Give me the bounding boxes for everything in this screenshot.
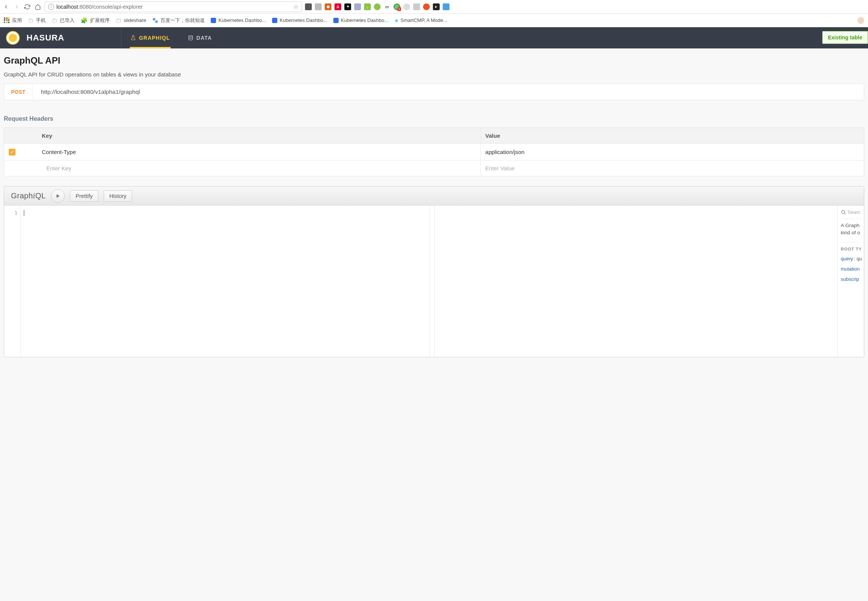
extension-icons: ◆ A ✦ ↓ m G1 ▸ [305,3,453,10]
puzzle-icon: 🧩 [81,17,88,24]
ext-icon[interactable]: G1 [394,3,400,10]
kubernetes-icon [211,18,216,23]
header-col-value: Value [481,128,864,144]
ext-icon[interactable] [354,3,361,10]
back-icon[interactable] [2,3,10,11]
info-icon[interactable]: i [48,4,54,10]
bookmark-apps[interactable]: 应用 [4,17,22,24]
ext-icon[interactable] [315,3,322,10]
tab-graphiql[interactable]: GRAPHIQL [121,27,179,48]
table-row: ✓ Content-Type application/json [4,144,864,160]
search-icon [841,210,846,215]
root-subscription[interactable]: subscrip [841,276,862,282]
reload-icon[interactable] [23,3,31,11]
hasura-logo[interactable] [6,31,20,45]
kubernetes-icon [333,18,339,23]
header-checkbox[interactable]: ✓ [9,149,16,156]
url-text: localhost:8080/console/api-explorer [56,4,143,10]
root-query[interactable]: query: qu [841,256,862,262]
bookmark-imported[interactable]: 🗀已导入 [52,17,75,24]
kubernetes-icon [272,18,277,23]
ext-icon[interactable]: ◆ [325,3,331,10]
ext-icon[interactable]: m [384,3,390,10]
execute-button[interactable] [51,189,65,203]
bookmark-slideshare[interactable]: 🗀slideshare [116,17,146,23]
svg-point-1 [189,36,193,37]
bookmark-kube1[interactable]: Kubernetes Dashbo... [211,17,266,23]
tab-data[interactable]: DATA [179,27,221,48]
header-col-checkbox [4,128,27,144]
diamond-icon: ◈ [395,17,398,23]
bookmark-baidu[interactable]: 🐾百度一下，你就知道 [152,17,205,24]
existing-table-notification[interactable]: Existing table [822,31,868,44]
method-badge: POST [4,84,33,100]
query-editor[interactable] [21,206,429,357]
home-icon[interactable] [34,3,42,11]
main-content: GraphQL API GraphQL API for CRUD operati… [0,48,868,601]
line-gutter: 1 [4,206,21,357]
svg-line-4 [845,213,846,214]
graphiql-panel: GraphiQL Prettify History 1 Searc A Grap… [4,186,864,357]
bookmark-extensions[interactable]: 🧩扩展程序 [81,17,110,24]
graphiql-toolbar: GraphiQL Prettify History [4,187,864,206]
flask-icon [131,35,136,40]
header-col-key: Key [27,128,481,144]
docs-blurb: A Graph kind of o [841,222,862,242]
docs-search-row[interactable]: Searc [841,209,862,219]
url-bar[interactable]: i localhost:8080/console/api-explorer ☆ [45,2,302,12]
svg-marker-2 [56,194,59,198]
headers-table: Key Value ✓ Content-Type application/jso… [4,128,864,176]
database-icon [188,35,193,40]
ext-icon[interactable]: ↓ [364,3,371,10]
bookmark-bar: 应用 🗀手机 🗀已导入 🧩扩展程序 🗀slideshare 🐾百度一下，你就知道… [0,14,868,27]
paw-icon: 🐾 [152,17,158,23]
header-value[interactable]: application/json [481,144,864,160]
hasura-header: HASURA GRAPHIQL DATA Existing table [0,27,868,48]
bookmark-avatar[interactable] [857,17,864,24]
history-button[interactable]: History [104,190,132,202]
ext-icon[interactable] [403,3,410,10]
docs-pane: Searc A Graph kind of o ROOT TY query: q… [837,206,864,357]
hasura-brand: HASURA [26,33,64,43]
ext-icon[interactable]: ✦ [344,3,351,10]
root-types-title: ROOT TY [841,247,862,251]
hasura-tabs: GRAPHIQL DATA [121,27,221,48]
page-title: GraphQL API [4,55,864,66]
root-mutation[interactable]: mutation [841,266,862,272]
graphiql-logo: GraphiQL [11,192,46,200]
avatar-icon [857,17,864,24]
endpoint-url[interactable]: http://localhost:8080/v1alpha1/graphql [33,89,864,95]
ext-icon[interactable]: ▸ [433,3,440,10]
bookmark-smartcmp[interactable]: ◈SmartCMP, A Mode... [395,17,447,23]
bookmark-kube2[interactable]: Kubernetes Dashbo... [272,17,327,23]
ubuntu-icon[interactable] [423,3,430,10]
header-key-input[interactable] [47,165,476,171]
table-row [4,160,864,176]
apps-icon [4,17,10,23]
bookmark-kube3[interactable]: Kubernetes Dashbo... [333,17,389,23]
bookmark-phone[interactable]: 🗀手机 [28,17,46,24]
header-key[interactable]: Content-Type [27,144,481,160]
ext-icon[interactable] [443,3,450,10]
folder-icon: 🗀 [116,17,121,23]
endpoint-row: POST http://localhost:8080/v1alpha1/grap… [4,84,864,100]
folder-icon: 🗀 [52,17,58,23]
star-icon[interactable]: ☆ [293,3,299,10]
ext-icon[interactable] [413,3,420,10]
splitter[interactable] [429,206,435,357]
prettify-button[interactable]: Prettify [70,190,98,202]
graphiql-body: 1 Searc A Graph kind of o ROOT TY query:… [4,206,864,357]
folder-icon: 🗀 [28,17,34,23]
ext-icon[interactable] [305,3,312,10]
header-value-input[interactable] [485,165,859,171]
request-headers-title: Request Headers [4,115,864,122]
ext-icon[interactable] [374,3,381,10]
page-description: GraphQL API for CRUD operations on table… [4,71,864,78]
browser-toolbar: i localhost:8080/console/api-explorer ☆ … [0,0,868,14]
svg-point-3 [842,210,845,213]
forward-icon[interactable] [13,3,20,11]
results-pane [435,206,837,357]
angular-icon[interactable]: A [334,3,341,10]
